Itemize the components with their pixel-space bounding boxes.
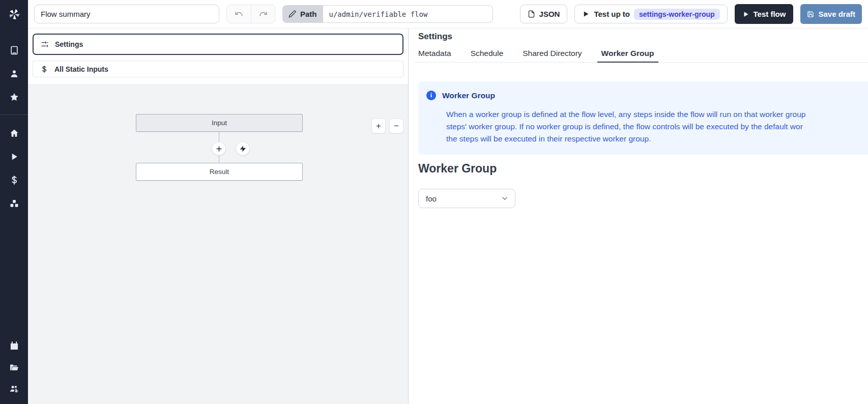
sidebar-item-user[interactable] [4,64,24,84]
info-icon: i [426,91,436,100]
save-draft-label: Save draft [818,10,855,18]
add-step-button[interactable] [212,141,226,156]
pencil-icon [288,10,296,18]
file-json-icon [528,10,535,18]
sidebar-item-runs[interactable] [4,147,24,167]
test-flow-button[interactable]: Test flow [735,4,794,24]
cubes-icon [9,198,19,209]
info-line: the steps will be executed in their resp… [446,133,868,145]
path-group: Path [282,5,493,23]
worker-group-heading: Worker Group [418,162,497,176]
flow-graph-canvas[interactable]: Input Result + [28,84,408,404]
info-box-header: i Worker Group [426,91,868,100]
sidebar-item-schedules[interactable] [4,336,24,356]
info-box-title: Worker Group [442,91,495,100]
play-icon [9,152,19,162]
dollar-icon [40,65,48,73]
windmill-logo-icon [8,8,21,21]
test-up-to-button[interactable]: Test up to settings-worker-group [574,5,727,23]
flow-settings-label: Settings [55,40,83,48]
settings-tabs: Metadata Schedule Shared Directory Worke… [414,45,868,63]
result-node[interactable]: Result [136,163,303,181]
home-icon [9,128,19,138]
result-node-label: Result [210,168,229,176]
play-icon [742,11,749,18]
sidebar-item-variables[interactable] [4,170,24,190]
tab-shared-directory[interactable]: Shared Directory [518,45,586,63]
undo-icon [235,10,243,18]
zoom-out-button[interactable]: − [389,119,403,133]
sidebar-item-favorites[interactable] [4,87,24,107]
flow-summary-input[interactable] [34,5,219,23]
sidebar-top-group [0,37,28,214]
path-button-label: Path [300,10,317,18]
plus-icon [215,145,223,153]
content: Settings All Static Inputs Input [28,28,868,404]
building-icon [9,45,19,55]
info-line: steps' worker group. If no worker group … [446,121,868,133]
all-static-inputs-row[interactable]: All Static Inputs [33,61,403,77]
flow-editor-app: Path JSON Test up to settings-worker-gro… [0,0,868,404]
settings-panel-title: Settings [418,32,452,42]
sidebar [0,0,28,404]
redo-button[interactable] [251,5,275,23]
zoom-in-button[interactable]: + [371,119,386,133]
dollar-icon [9,175,19,185]
test-up-to-label: Test up to [594,10,630,18]
main-area: Path JSON Test up to settings-worker-gro… [28,0,868,404]
input-node-label: Input [212,119,227,127]
zap-icon [239,145,247,153]
sidebar-item-folders[interactable] [4,357,24,378]
json-button[interactable]: JSON [520,5,568,23]
path-input[interactable] [323,5,493,23]
sidebar-bottom-group [4,335,24,404]
info-box-body: When a worker group is defined at the fl… [446,108,868,145]
sliders-icon [41,40,49,48]
user-icon [9,69,19,79]
folder-open-icon [9,362,19,372]
sidebar-item-workers[interactable] [4,379,24,399]
info-line: When a worker group is defined at the fl… [446,108,868,121]
path-button[interactable]: Path [282,5,323,23]
users-gear-icon [9,384,19,394]
sidebar-item-workspace[interactable] [4,40,24,61]
all-static-inputs-label: All Static Inputs [54,65,108,73]
settings-panel: Settings Metadata Schedule Shared Direct… [409,28,868,404]
test-up-to-step-badge: settings-worker-group [634,9,720,20]
play-icon [582,10,590,18]
trigger-button[interactable] [236,141,250,156]
tab-metadata[interactable]: Metadata [414,45,455,63]
windmill-logo[interactable] [0,0,28,28]
undo-redo-group [226,5,275,23]
worker-group-select[interactable]: foo [418,189,515,208]
star-icon [9,92,19,102]
undo-button[interactable] [227,5,251,23]
flow-panel: Settings All Static Inputs Input [28,28,408,404]
worker-group-select-value: foo [426,194,437,203]
redo-icon [259,10,268,18]
sidebar-divider [0,114,28,115]
sidebar-item-resources[interactable] [4,193,24,214]
flow-settings-row[interactable]: Settings [33,34,403,55]
save-icon [807,11,814,18]
calendar-icon [9,341,19,351]
sidebar-item-home[interactable] [4,123,24,143]
test-flow-label: Test flow [754,10,786,18]
chevron-down-icon [501,194,509,203]
input-node[interactable]: Input [136,114,303,132]
json-button-label: JSON [539,10,560,18]
worker-group-info-box: i Worker Group When a worker group is de… [418,81,868,155]
tab-schedule[interactable]: Schedule [467,45,508,63]
save-draft-button[interactable]: Save draft [800,4,862,24]
topbar: Path JSON Test up to settings-worker-gro… [28,0,868,28]
tab-worker-group[interactable]: Worker Group [597,45,658,63]
